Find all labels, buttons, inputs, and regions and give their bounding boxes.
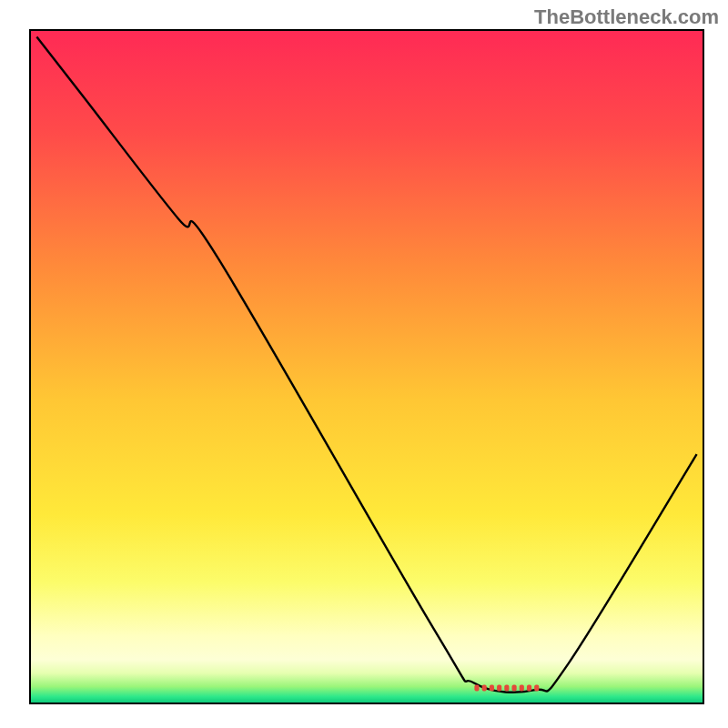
svg-rect-4 xyxy=(504,684,509,691)
svg-rect-0 xyxy=(474,684,479,691)
svg-rect-3 xyxy=(497,684,501,691)
svg-rect-5 xyxy=(512,684,517,691)
plot-background xyxy=(30,30,703,703)
svg-rect-1 xyxy=(482,684,487,691)
svg-rect-8 xyxy=(534,684,539,691)
optimum-marker xyxy=(474,684,539,691)
svg-rect-2 xyxy=(490,684,494,691)
watermark-text: TheBottleneck.com xyxy=(534,5,719,29)
svg-rect-6 xyxy=(520,684,524,691)
svg-rect-7 xyxy=(527,684,531,691)
chart-container: TheBottleneck.com xyxy=(0,0,728,728)
chart-svg xyxy=(0,0,728,728)
